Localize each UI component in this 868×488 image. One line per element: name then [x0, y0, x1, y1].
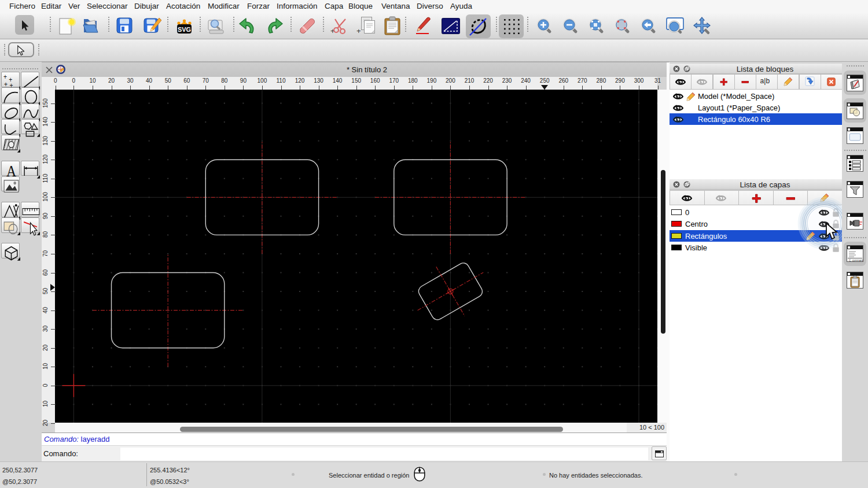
svg-text:SVG: SVG: [178, 26, 191, 33]
svg-text:+: +: [356, 27, 361, 35]
svg-text:+: +: [4, 80, 8, 88]
svg-text:C: command: C: command: [849, 259, 863, 262]
svg-text:+: +: [3, 73, 7, 80]
